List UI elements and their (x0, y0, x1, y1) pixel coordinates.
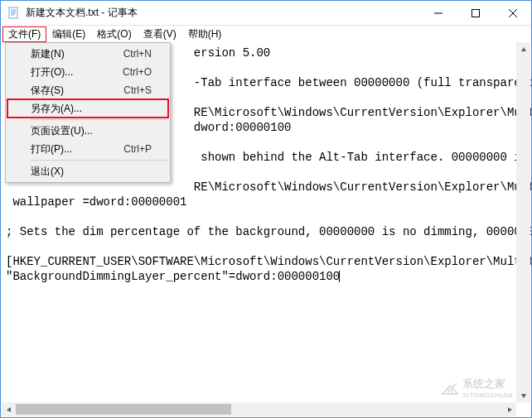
notepad-icon (7, 7, 21, 20)
text-caret (339, 271, 340, 282)
svg-rect-6 (472, 9, 479, 17)
scroll-left-button[interactable] (2, 402, 16, 416)
scroll-up-button[interactable] (516, 42, 530, 56)
file-menu-item-4[interactable]: 页面设置(U)... (7, 122, 168, 140)
horizontal-scrollbar[interactable] (2, 402, 516, 416)
menubar: 文件(F)编辑(E)格式(O)查看(V)帮助(H) (1, 26, 531, 42)
menu-item-1[interactable]: 编辑(E) (46, 26, 91, 42)
maximize-button[interactable] (457, 1, 494, 25)
file-menu-item-0[interactable]: 新建(N)Ctrl+N (7, 45, 168, 63)
file-menu-item-2[interactable]: 保存(S)Ctrl+S (7, 81, 168, 99)
file-menu-item-5[interactable]: 打印(P)...Ctrl+P (7, 140, 168, 158)
menu-item-4[interactable]: 帮助(H) (182, 26, 228, 42)
menu-item-0[interactable]: 文件(F) (2, 26, 46, 42)
file-menu-item-6[interactable]: 退出(X) (7, 162, 168, 180)
svg-marker-12 (508, 407, 512, 412)
menu-separator (31, 160, 167, 161)
menu-item-label: 打印(P)... (31, 142, 72, 156)
menu-separator (31, 119, 167, 120)
menu-item-label: 另存为(A)... (31, 102, 82, 116)
file-menu-item-1[interactable]: 打开(O)...Ctrl+O (7, 63, 168, 81)
scroll-right-button[interactable] (502, 402, 516, 416)
minimize-button[interactable] (419, 1, 457, 25)
horizontal-scroll-thumb[interactable] (16, 404, 231, 415)
menu-item-label: 页面设置(U)... (31, 124, 93, 138)
file-menu-dropdown: 新建(N)Ctrl+N打开(O)...Ctrl+O保存(S)Ctrl+S另存为(… (5, 42, 171, 183)
editor-line (6, 239, 526, 254)
editor-line: "BackgroundDimmingLayer_percent"=dword:0… (6, 269, 526, 284)
svg-line-15 (452, 383, 457, 387)
menu-item-shortcut: Ctrl+N (123, 48, 152, 60)
titlebar: 新建文本文档.txt - 记事本 (1, 1, 531, 26)
watermark: 系统之家 XITONGZHIJIA (441, 377, 513, 399)
scroll-down-button[interactable] (516, 388, 530, 402)
watermark-subtext: XITONGZHIJIA (462, 392, 513, 399)
menu-item-shortcut: Ctrl+O (123, 66, 152, 78)
editor-line: [HKEY_CURRENT_USER\SOFTWARE\Microsoft\Wi… (6, 254, 526, 269)
window-title: 新建文本文档.txt - 记事本 (26, 6, 138, 20)
menu-item-shortcut: Ctrl+S (123, 84, 152, 96)
svg-marker-10 (521, 394, 526, 398)
svg-marker-9 (521, 47, 526, 51)
menu-item-3[interactable]: 查看(V) (138, 26, 182, 42)
menu-item-label: 打开(O)... (31, 65, 73, 79)
svg-marker-11 (7, 407, 11, 412)
editor-line: ; Sets the dim percentage of the backgro… (6, 224, 526, 239)
vertical-scrollbar[interactable] (516, 42, 530, 402)
menu-item-2[interactable]: 格式(O) (91, 26, 137, 42)
editor-line: wallpaper =dword:00000001 (6, 195, 526, 209)
menu-item-shortcut: Ctrl+P (123, 143, 152, 155)
editor-line (6, 209, 526, 224)
titlebar-left: 新建文本文档.txt - 记事本 (7, 6, 138, 20)
menu-item-label: 保存(S) (31, 84, 64, 98)
menu-item-label: 新建(N) (31, 47, 65, 61)
close-button[interactable] (494, 1, 531, 25)
menu-item-label: 退出(X) (31, 165, 64, 179)
file-menu-item-3[interactable]: 另存为(A)... (7, 99, 168, 118)
window-controls (419, 1, 531, 25)
watermark-text: 系统之家 (462, 377, 513, 392)
